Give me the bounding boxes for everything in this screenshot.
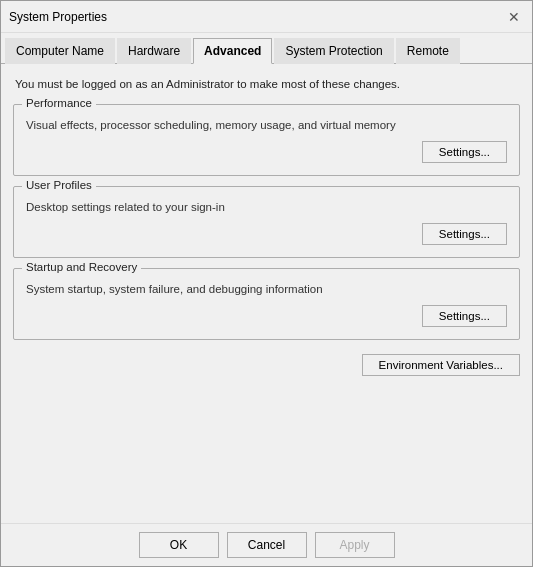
environment-variables-button[interactable]: Environment Variables... bbox=[362, 354, 520, 376]
tab-computer-name[interactable]: Computer Name bbox=[5, 38, 115, 64]
tab-remote[interactable]: Remote bbox=[396, 38, 460, 64]
tab-advanced[interactable]: Advanced bbox=[193, 38, 272, 64]
title-bar: System Properties ✕ bbox=[1, 1, 532, 33]
tab-content: You must be logged on as an Administrato… bbox=[1, 64, 532, 523]
user-profiles-group: User Profiles Desktop settings related t… bbox=[13, 186, 520, 258]
system-properties-window: System Properties ✕ Computer Name Hardwa… bbox=[0, 0, 533, 567]
startup-recovery-settings-button[interactable]: Settings... bbox=[422, 305, 507, 327]
window-title: System Properties bbox=[9, 10, 107, 24]
user-profiles-legend: User Profiles bbox=[22, 179, 96, 191]
cancel-button[interactable]: Cancel bbox=[227, 532, 307, 558]
startup-recovery-legend: Startup and Recovery bbox=[22, 261, 141, 273]
startup-recovery-description: System startup, system failure, and debu… bbox=[26, 283, 507, 295]
user-profiles-settings-button[interactable]: Settings... bbox=[422, 223, 507, 245]
close-button[interactable]: ✕ bbox=[504, 7, 524, 27]
performance-description: Visual effects, processor scheduling, me… bbox=[26, 119, 507, 131]
tab-bar: Computer Name Hardware Advanced System P… bbox=[1, 33, 532, 64]
performance-group: Performance Visual effects, processor sc… bbox=[13, 104, 520, 176]
ok-button[interactable]: OK bbox=[139, 532, 219, 558]
bottom-bar: OK Cancel Apply bbox=[1, 523, 532, 566]
startup-recovery-group: Startup and Recovery System startup, sys… bbox=[13, 268, 520, 340]
tab-hardware[interactable]: Hardware bbox=[117, 38, 191, 64]
tab-system-protection[interactable]: System Protection bbox=[274, 38, 393, 64]
apply-button: Apply bbox=[315, 532, 395, 558]
admin-notice: You must be logged on as an Administrato… bbox=[13, 74, 520, 94]
performance-legend: Performance bbox=[22, 97, 96, 109]
env-variables-row: Environment Variables... bbox=[13, 350, 520, 376]
user-profiles-description: Desktop settings related to your sign-in bbox=[26, 201, 507, 213]
performance-settings-button[interactable]: Settings... bbox=[422, 141, 507, 163]
